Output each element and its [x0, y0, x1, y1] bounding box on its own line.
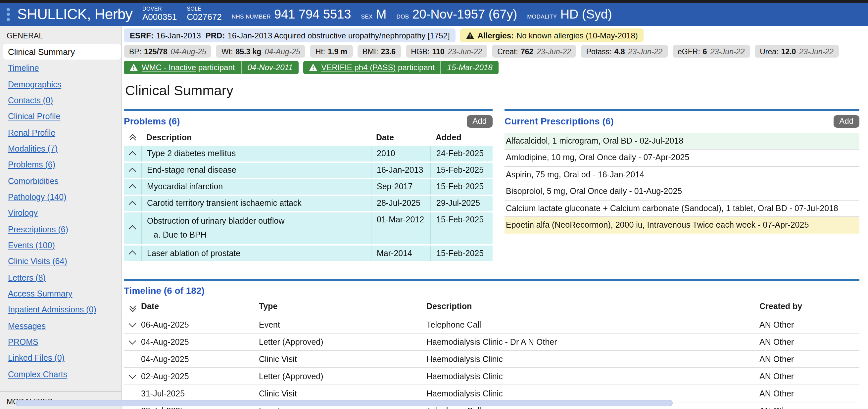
prescription-row[interactable]: Bisoprolol, 5 mg, Oral Once daily - 01-A… — [504, 183, 859, 200]
collapse-icon[interactable] — [129, 225, 136, 233]
esrf-value: 16-Jan-2013 — [156, 31, 201, 40]
problem-description: Carotid territory transient ischaemic at… — [141, 195, 371, 211]
sidebar-item-access-summary[interactable]: Access Summary — [0, 287, 121, 303]
sidebar-item-clinic-visits[interactable]: Clinic Visits (64) — [0, 254, 121, 270]
timeline-type: Event — [259, 320, 426, 329]
timeline-date: 04-Aug-2025 — [141, 337, 259, 346]
sidebar-item-contacts[interactable]: Contacts (0) — [0, 93, 121, 109]
horizontal-scrollbar[interactable] — [16, 400, 673, 406]
sidebar-item-clinical-summary[interactable]: Clinical Summary — [3, 44, 121, 60]
problem-row[interactable]: Carotid territory transient ischaemic at… — [124, 195, 493, 211]
problem-date: Mar-2014 — [371, 246, 430, 261]
prescription-row[interactable]: Amlodipine, 10 mg, Oral Once daily - 07-… — [504, 150, 859, 166]
field-sex: SEX M — [361, 7, 387, 22]
timeline-description: Haemodialysis Clinic - Dr A N Other — [426, 337, 760, 346]
prescription-row[interactable]: Aspirin, 75 mg, Oral od - 16-Jan-2014 — [504, 166, 859, 183]
collapse-icon[interactable] — [129, 151, 136, 158]
study-link-wmc[interactable]: WMC - Inactive — [142, 63, 196, 72]
expand-icon[interactable] — [129, 337, 136, 345]
timeline-row[interactable]: 06-Aug-2025 Event Telephone Call AN Othe… — [124, 316, 859, 334]
collapse-icon[interactable] — [129, 200, 136, 208]
allergies-pill[interactable]: Allergies:No known allergies (10-May-201… — [461, 28, 644, 42]
sidebar-section-general: GENERAL — [0, 26, 121, 43]
application-window: SHULLICK, Herby DOVER A000351 SOLE C0276… — [0, 0, 868, 409]
collapse-icon[interactable] — [129, 251, 136, 258]
sidebar-item-renal-profile[interactable]: Renal Profile — [0, 125, 121, 141]
timeline-type: Clinic Visit — [259, 354, 426, 364]
sidebar-item-comorbidities[interactable]: Comorbidities — [0, 174, 121, 190]
problems-table-header: Description Date Added — [124, 133, 493, 146]
esrf-label: ESRF: — [130, 31, 154, 40]
sidebar-item-demographics[interactable]: Demographics — [0, 77, 121, 93]
sidebar-item-virology[interactable]: Virology — [0, 206, 121, 222]
problems-title: Problems (6) — [124, 116, 180, 126]
expand-icon[interactable] — [129, 372, 136, 379]
problem-added: 15-Feb-2025 — [430, 179, 493, 194]
prd-label: PRD: — [206, 31, 225, 40]
problem-date: 16-Jan-2013 — [371, 162, 430, 178]
problem-row[interactable]: End-stage renal disease 16-Jan-2013 15-F… — [124, 162, 493, 178]
vital-height: Ht:1.9 m — [310, 45, 352, 58]
sidebar-item-letters[interactable]: Letters (8) — [0, 270, 121, 287]
timeline-created-by: AN Other — [760, 354, 859, 364]
vitals-row: BP:125/7804-Aug-25 Wt:85.3 kg04-Aug-25 H… — [124, 45, 859, 58]
problem-row[interactable]: Laser ablation of prostate Mar-2014 15-F… — [124, 246, 493, 261]
timeline-created-by: AN Other — [760, 389, 859, 398]
problem-row[interactable]: Myocardial infarction Sep-2017 15-Feb-20… — [124, 179, 493, 194]
timeline-panel: Timeline (6 of 182) Date Type Descriptio… — [124, 279, 859, 409]
patient-menu-icon[interactable] — [7, 8, 10, 21]
patient-name: SHULLICK, Herby — [17, 6, 132, 23]
problem-date: 28-Jul-2025 — [371, 195, 430, 211]
sidebar-nav: Timeline Demographics Contacts (0) Clini… — [0, 61, 121, 383]
problems-add-button[interactable]: Add — [466, 115, 493, 127]
sidebar-item-problems[interactable]: Problems (6) — [0, 158, 121, 174]
study-badge-wmc[interactable]: WMC - Inactive participant 04-Nov-2011 — [124, 61, 299, 74]
timeline-row[interactable]: 02-Aug-2025 Letter (Approved) Haemodialy… — [124, 368, 859, 385]
sidebar-item-proms[interactable]: PROMS — [0, 335, 121, 351]
sidebar-item-pathology[interactable]: Pathology (140) — [0, 190, 121, 206]
field-dob: DOB 20-Nov-1957 (67y) — [396, 7, 517, 22]
sort-descending-icon[interactable] — [130, 304, 135, 309]
vital-egfr: eGFR:623-Jun-22 — [672, 45, 750, 58]
vital-weight: Wt:85.3 kg04-Aug-25 — [216, 45, 306, 58]
study-link-verifie[interactable]: VERIFIE ph4 (PASS) — [321, 63, 396, 72]
problem-description: Type 2 diabetes mellitus — [141, 146, 371, 161]
sidebar-item-messages[interactable]: Messages — [0, 319, 121, 335]
allergies-label: Allergies: — [478, 31, 514, 40]
sidebar-item-clinical-profile[interactable]: Clinical Profile — [0, 109, 121, 125]
timeline-row[interactable]: 04-Aug-2025 Letter (Approved) Haemodialy… — [124, 334, 859, 351]
prescription-row[interactable]: Epoetin alfa (NeoRecormon), 2000 iu, Int… — [504, 217, 859, 233]
expand-icon[interactable] — [129, 320, 136, 327]
warning-icon — [309, 64, 317, 71]
collapse-icon[interactable] — [129, 184, 136, 192]
study-badge-verifie[interactable]: VERIFIE ph4 (PASS) participant 15-Mar-20… — [303, 61, 498, 74]
sidebar-item-complex-charts[interactable]: Complex Charts — [0, 367, 121, 383]
vital-creatinine: Creat:76223-Jun-22 — [492, 45, 576, 58]
sidebar-item-inpatient-admissions[interactable]: Inpatient Admissions (0) — [0, 303, 121, 319]
problem-added: 24-Feb-2025 — [430, 146, 493, 161]
expand-icon[interactable] — [129, 406, 136, 409]
collapse-icon[interactable] — [129, 167, 136, 175]
timeline-type: Letter (Approved) — [259, 372, 426, 381]
sidebar-item-modalities[interactable]: Modalities (7) — [0, 141, 121, 158]
sidebar-item-linked-files[interactable]: Linked Files (0) — [0, 351, 121, 367]
prescription-row[interactable]: Alfacalcidol, 1 microgram, Oral BD - 02-… — [504, 133, 859, 150]
warning-icon — [466, 32, 474, 39]
timeline-type: Clinic Visit — [259, 389, 426, 398]
prescription-row[interactable]: Calcium lactate gluconate + Calcium carb… — [504, 200, 859, 217]
main-content: ESRF: 16-Jan-2013 PRD: 16-Jan-2013 Acqui… — [122, 26, 868, 409]
timeline-date: 04-Aug-2025 — [141, 354, 259, 364]
sidebar-item-timeline[interactable]: Timeline — [0, 61, 121, 77]
prescriptions-add-button[interactable]: Add — [833, 115, 859, 127]
problem-row[interactable]: Obstruction of urinary bladder outflow a… — [124, 212, 493, 244]
problem-row[interactable]: Type 2 diabetes mellitus 2010 24-Feb-202… — [124, 146, 493, 161]
sort-ascending-icon[interactable] — [130, 135, 135, 140]
vital-hgb: HGB:11023-Jun-22 — [406, 45, 487, 58]
problem-description: Myocardial infarction — [141, 179, 371, 194]
vital-urea: Urea:12.023-Jun-22 — [754, 45, 839, 58]
sidebar-item-prescriptions[interactable]: Prescriptions (6) — [0, 222, 121, 238]
sidebar-item-events[interactable]: Events (100) — [0, 238, 121, 254]
problem-added: 15-Feb-2025 — [430, 162, 493, 178]
allergies-value: No known allergies (10-May-2018) — [517, 31, 638, 40]
timeline-row[interactable]: 04-Aug-2025 Clinic Visit Haemodialysis C… — [124, 351, 859, 368]
